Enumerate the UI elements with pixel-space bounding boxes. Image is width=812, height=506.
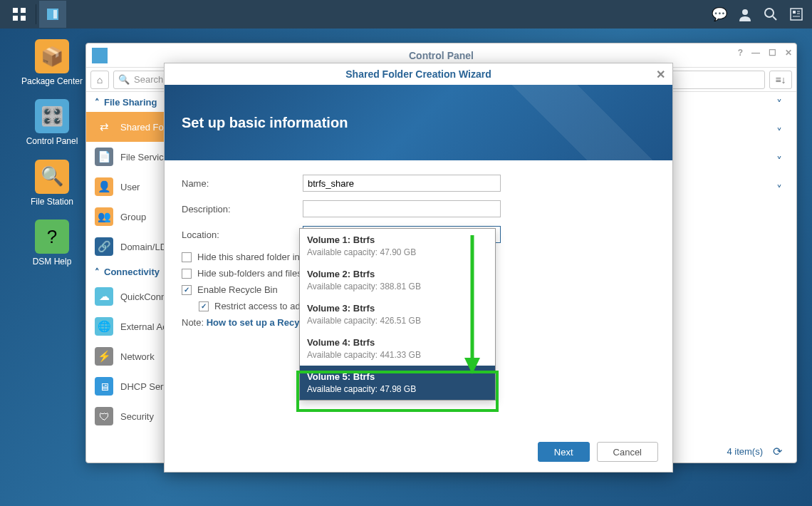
shield-icon: 🛡 <box>95 407 113 425</box>
svg-rect-5 <box>53 10 57 19</box>
help-button[interactable]: ? <box>738 48 743 58</box>
svg-rect-0 <box>13 8 18 13</box>
window-app-icon <box>92 48 108 63</box>
control-panel-task-icon[interactable] <box>39 1 66 28</box>
domain-icon: 🔗 <box>95 237 113 256</box>
svg-line-8 <box>773 16 776 20</box>
chevron-down-icon[interactable]: ˅ <box>776 183 782 197</box>
widgets-icon[interactable] <box>786 4 806 24</box>
cancel-button[interactable]: Cancel <box>597 442 658 462</box>
control-panel-icon[interactable]: 🎛️Control Panel <box>20 99 84 146</box>
close-icon[interactable]: ✕ <box>656 68 665 81</box>
maximize-button[interactable]: ☐ <box>769 48 776 58</box>
dsm-help-icon[interactable]: ?DSM Help <box>20 220 84 267</box>
svg-point-6 <box>742 9 748 15</box>
volume-option-1[interactable]: Volume 1: BtrfsAvailable capacity: 47.90… <box>300 229 495 263</box>
wizard-heading: Set up basic information <box>182 115 348 131</box>
cloud-icon: ☁ <box>95 287 113 306</box>
next-button[interactable]: Next <box>538 442 590 462</box>
user-menu-icon[interactable] <box>735 4 755 24</box>
volume-option-2[interactable]: Volume 2: BtrfsAvailable capacity: 388.8… <box>300 263 495 297</box>
wizard-title: Shared Folder Creation Wizard <box>345 68 491 80</box>
desktop-icons: 📦Package Center 🎛️Control Panel 🔍File St… <box>20 39 84 267</box>
notification-icon[interactable]: 💬 <box>709 4 729 24</box>
network-icon: ⚡ <box>95 347 113 366</box>
control-panel-label: Control Panel <box>26 136 78 146</box>
home-button[interactable]: ⌂ <box>90 71 109 89</box>
window-title: Control Panel <box>409 50 474 61</box>
wizard-hero: Set up basic information <box>165 85 672 160</box>
description-label: Description: <box>182 204 303 215</box>
chevron-down-icon[interactable]: ˅ <box>776 98 782 111</box>
refresh-icon[interactable]: ⟳ <box>773 445 782 458</box>
location-dropdown: Volume 1: BtrfsAvailable capacity: 47.90… <box>299 228 496 401</box>
svg-rect-9 <box>791 9 802 20</box>
svg-rect-10 <box>793 11 796 14</box>
sort-button[interactable]: ≡↓ <box>769 71 792 89</box>
chevron-down-icon[interactable]: ˅ <box>776 155 782 168</box>
location-label: Location: <box>182 229 303 240</box>
name-input[interactable] <box>303 175 501 192</box>
volume-option-4[interactable]: Volume 4: BtrfsAvailable capacity: 441.3… <box>300 331 495 366</box>
svg-rect-2 <box>13 16 18 21</box>
volume-option-5[interactable]: Volume 5: BtrfsAvailable capacity: 47.98… <box>300 366 495 400</box>
package-center-icon[interactable]: 📦Package Center <box>20 39 84 86</box>
dsm-help-label: DSM Help <box>33 257 72 267</box>
system-topbar: 💬 <box>0 0 812 29</box>
item-count: 4 item(s) <box>727 446 763 457</box>
description-input[interactable] <box>303 200 501 217</box>
svg-rect-3 <box>21 16 26 21</box>
volume-option-3[interactable]: Volume 3: BtrfsAvailable capacity: 426.5… <box>300 297 495 331</box>
package-center-label: Package Center <box>21 76 83 86</box>
share-icon: ⇄ <box>95 118 113 136</box>
group-icon: 👥 <box>95 207 113 226</box>
file-station-icon[interactable]: 🔍File Station <box>20 160 84 207</box>
close-button[interactable]: ✕ <box>785 48 792 58</box>
minimize-button[interactable]: — <box>751 48 760 58</box>
file-station-label: File Station <box>31 197 73 207</box>
svg-point-7 <box>765 9 774 17</box>
chevron-down-icon[interactable]: ˅ <box>776 126 782 140</box>
globe-icon: 🌐 <box>95 317 113 336</box>
file-icon: 📄 <box>95 148 113 166</box>
dhcp-icon: 🖥 <box>95 377 113 396</box>
name-label: Name: <box>182 178 303 189</box>
user-icon: 👤 <box>95 177 113 196</box>
svg-rect-1 <box>21 8 26 13</box>
search-icon[interactable] <box>761 4 781 24</box>
apps-menu-icon[interactable] <box>6 1 33 28</box>
wizard-title-bar[interactable]: Shared Folder Creation Wizard ✕ <box>165 63 672 85</box>
